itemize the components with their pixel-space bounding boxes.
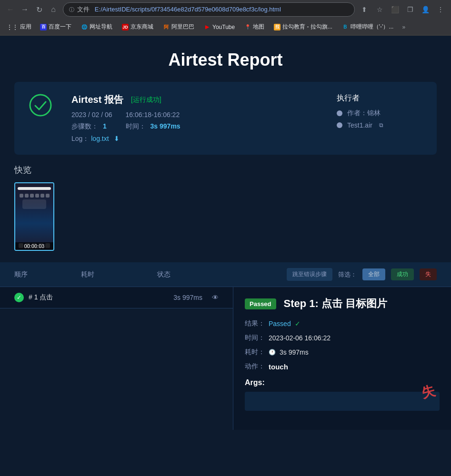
- report-time-range: 16:06:18-16:06:22: [126, 111, 180, 119]
- ali-label: 阿里巴巴: [171, 23, 194, 31]
- bookmark-nav[interactable]: 🌐 网址导航: [77, 21, 116, 32]
- yt-icon: ▶: [204, 24, 210, 30]
- bookmark-lagou[interactable]: 拉 拉勾教育 - 拉勾旗...: [270, 21, 336, 32]
- table-row[interactable]: ✓ # 1 点击 3s 997ms 👁: [0, 287, 233, 308]
- col-duration: 耗时: [81, 270, 148, 279]
- window-button[interactable]: ❐: [403, 3, 417, 16]
- report-meta: 2023 / 02 / 06 16:06:18-16:06:22: [71, 111, 318, 119]
- step-detail-title: Step 1: 点击 目标图片: [284, 297, 388, 311]
- thumbnail-wrapper[interactable]: 00:00:03: [14, 182, 54, 251]
- eye-icon[interactable]: 👁: [212, 294, 219, 301]
- page-title: Airtest Report: [0, 50, 451, 70]
- steps-label: 步骤数：: [71, 122, 98, 130]
- log-label: Log：: [71, 135, 89, 142]
- bookmark-apps[interactable]: ⋮⋮ 应用: [4, 21, 34, 32]
- nav-icon: 🌐: [81, 24, 88, 30]
- bookmark-baidu[interactable]: 百 百度一下: [36, 21, 75, 32]
- report-check-icon: [29, 93, 52, 119]
- apps-label: 应用: [20, 23, 31, 31]
- steps-header: 顺序 耗时 状态 跳至错误步骤 筛选： 全部 成功 失: [0, 262, 451, 287]
- back-button[interactable]: ←: [4, 3, 17, 16]
- download-icon[interactable]: ⬇: [114, 135, 120, 142]
- report-main: Airtest 报告 [运行成功] 2023 / 02 / 06 16:06:1…: [71, 93, 318, 143]
- phone-status-bar: [18, 187, 51, 190]
- filter-fail-button[interactable]: 失: [420, 268, 437, 280]
- filter-label: 筛选：: [338, 270, 357, 279]
- step-duration: 3s 997ms: [173, 294, 202, 301]
- report-card: Airtest 报告 [运行成功] 2023 / 02 / 06 16:06:1…: [14, 82, 437, 155]
- filter-all-button[interactable]: 全部: [362, 268, 385, 280]
- copy-icon[interactable]: ⧉: [379, 122, 383, 129]
- more-button[interactable]: ⋮: [434, 3, 447, 16]
- result-check-icon: ✓: [295, 320, 301, 327]
- executor-author: 作者：锦林: [337, 109, 422, 118]
- script-dot: [337, 122, 342, 128]
- baidu-icon: 百: [40, 24, 47, 30]
- args-content: [245, 392, 440, 411]
- action-label: 动作：: [245, 362, 265, 371]
- author-dot: [337, 110, 342, 116]
- url-path: E:/AirtestIDE/scripts/0f734546e82d7d579e…: [95, 6, 281, 13]
- profile-button[interactable]: 👤: [419, 3, 432, 16]
- yt-label: YouTube: [212, 24, 235, 30]
- steps-list: ✓ # 1 点击 3s 997ms 👁: [0, 287, 233, 430]
- bookmark-jd[interactable]: JD 京东商城: [118, 21, 157, 32]
- extensions-button[interactable]: ⬛: [388, 3, 401, 16]
- jd-label: 京东商城: [130, 23, 153, 31]
- steps-section: 顺序 耗时 状态 跳至错误步骤 筛选： 全部 成功 失 ✓ # 1 点击 3s …: [0, 262, 451, 430]
- map-icon: 📍: [244, 24, 251, 30]
- jump-error-button[interactable]: 跳至错误步骤: [287, 268, 332, 281]
- page-title-bar: Airtest Report: [0, 36, 451, 82]
- home-button[interactable]: ⌂: [47, 3, 60, 16]
- detail-duration: 耗时： 🕐 3s 997ms: [245, 348, 440, 357]
- steps-stat: 步骤数： 1: [71, 122, 107, 131]
- report-log: Log： log.txt ⬇: [71, 135, 318, 143]
- result-value: Passed: [269, 320, 291, 327]
- filter-success-button[interactable]: 成功: [391, 268, 414, 280]
- address-bar[interactable]: ⓘ 文件 E:/AirtestIDE/scripts/0f734546e82d7…: [63, 2, 355, 17]
- svg-point-0: [30, 95, 51, 116]
- bookmark-bili[interactable]: B 哔哩哔哩（'-'）...: [338, 21, 398, 32]
- report-title: Airtest 报告: [71, 93, 123, 106]
- browser-chrome: ← → ↻ ⌂ ⓘ 文件 E:/AirtestIDE/scripts/0f734…: [0, 0, 451, 36]
- phone-icons-row: [20, 194, 50, 198]
- star-button[interactable]: ☆: [373, 3, 386, 16]
- lock-icon: ⓘ: [69, 6, 74, 13]
- col-order: 顺序: [14, 270, 71, 279]
- bookmark-ali[interactable]: 阿 阿里巴巴: [159, 21, 198, 32]
- browser-actions: ⬆ ☆ ⬛ ❐ 👤 ⋮: [358, 3, 447, 16]
- reload-button[interactable]: ↻: [32, 3, 46, 16]
- args-area: Args: 失: [245, 378, 440, 411]
- executor-script: Test1.air ⧉: [337, 121, 422, 129]
- step-detail-header: Passed Step 1: 点击 目标图片: [245, 297, 440, 311]
- page-content: Airtest Report Airtest 报告 [运行成功] 2023 / …: [0, 36, 451, 476]
- bookmark-yt[interactable]: ▶ YouTube: [200, 22, 239, 32]
- log-link[interactable]: log.txt: [91, 135, 109, 142]
- apps-icon: ⋮⋮: [7, 24, 18, 30]
- time-value: 3s 997ms: [150, 122, 180, 130]
- executor-title: 执行者: [337, 93, 422, 103]
- map-label: 地图: [253, 23, 264, 31]
- baidu-label: 百度一下: [49, 23, 71, 31]
- action-value: touch: [269, 363, 288, 371]
- file-prefix: 文件: [77, 6, 90, 13]
- jd-icon: JD: [122, 24, 129, 30]
- author-label: 作者：锦林: [347, 109, 381, 118]
- step-detail-panel: Passed Step 1: 点击 目标图片 结果： Passed ✓ 时间： …: [233, 287, 451, 430]
- thumbnail-time: 00:00:03: [15, 242, 53, 250]
- bookmarks-more[interactable]: »: [400, 23, 407, 31]
- steps-actions: 跳至错误步骤 筛选： 全部 成功 失: [214, 268, 437, 281]
- args-title: Args:: [245, 378, 440, 387]
- args-section: Args:: [245, 378, 440, 411]
- nav-label: 网址导航: [90, 23, 112, 31]
- bookmark-map[interactable]: 📍 地图: [241, 21, 268, 32]
- bili-icon: B: [342, 24, 349, 30]
- duration-label: 耗时：: [245, 348, 265, 357]
- report-executor: 执行者 作者：锦林 Test1.air ⧉: [337, 93, 422, 133]
- time-label: 时间：: [126, 122, 146, 130]
- detail-time: 时间： 2023-02-06 16:06:22: [245, 334, 440, 342]
- script-label: Test1.air: [347, 121, 372, 129]
- share-button[interactable]: ⬆: [358, 3, 371, 16]
- quick-view-title: 快览: [14, 164, 437, 176]
- forward-button[interactable]: →: [18, 3, 31, 16]
